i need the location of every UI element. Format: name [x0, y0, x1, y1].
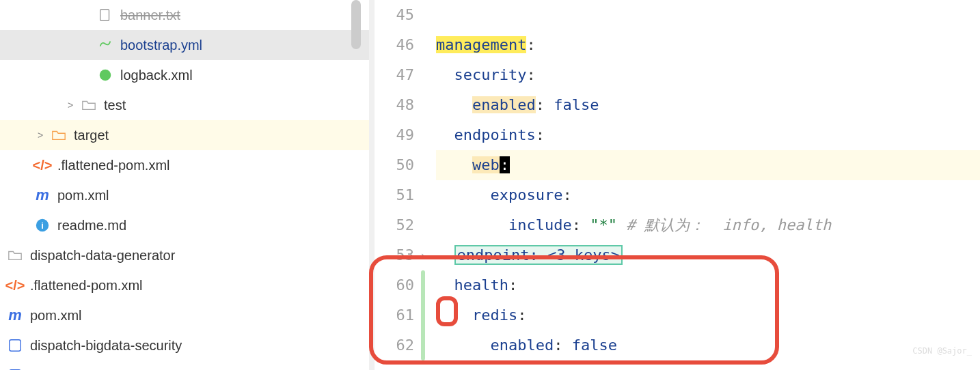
module-icon — [7, 337, 23, 354]
file-flattened-pom[interactable]: </> .flattened-pom.xml — [0, 150, 369, 180]
folder-icon — [81, 97, 97, 113]
module-label: dispatch-data-generator — [30, 248, 175, 264]
code-line — [436, 0, 980, 30]
file-bootstrap-yml[interactable]: bootstrap.yml — [0, 30, 369, 60]
line-number: 50 — [369, 150, 414, 180]
file-label: pom.xml — [30, 308, 82, 324]
code-area[interactable]: management: security: enabled: false end… — [424, 0, 980, 370]
line-gutter: 45 46 47 48 49 50 51 52 53› 60 61 62 — [369, 0, 424, 370]
vcs-change-bar — [421, 270, 425, 360]
code-line: endpoint: <3 keys> — [436, 240, 980, 270]
file-readme-md[interactable]: i readme.md — [0, 210, 369, 240]
yaml-icon — [97, 37, 113, 53]
xml-tag-icon: </> — [7, 277, 23, 294]
expander-icon[interactable]: > — [34, 130, 46, 141]
svg-point-1 — [100, 70, 111, 81]
watermark: CSDN @Sajor_ — [912, 336, 972, 366]
file-logback-xml[interactable]: logback.xml — [0, 60, 369, 90]
module-label: dispatch-data-access — [30, 368, 169, 371]
folder-label: test — [104, 98, 126, 113]
module-icon — [7, 367, 23, 370]
file-label: bootstrap.yml — [120, 38, 202, 53]
maven-icon: m — [34, 187, 51, 203]
code-line: include: "*" # 默认为： info, health — [436, 210, 980, 240]
project-tree: banner.txt bootstrap.yml logback.xml > t… — [0, 0, 369, 370]
module-dispatch-data-generator[interactable]: dispatch-data-generator — [0, 240, 369, 270]
line-number: 45 — [369, 0, 414, 30]
file-label: readme.md — [57, 218, 126, 233]
folder-icon — [51, 127, 67, 143]
folder-test[interactable]: > test — [0, 90, 369, 120]
line-number: 52 — [369, 210, 414, 240]
maven-icon: m — [7, 307, 23, 324]
text-cursor: : — [500, 156, 510, 173]
code-line: exposure: — [436, 180, 980, 210]
code-line: management: — [436, 30, 980, 60]
code-editor[interactable]: 45 46 47 48 49 50 51 52 53› 60 61 62 man… — [369, 0, 980, 370]
code-line: endpoints: — [436, 120, 980, 150]
file-pom-xml[interactable]: m pom.xml — [0, 180, 369, 210]
info-icon: i — [34, 217, 51, 233]
line-number: 49 — [369, 120, 414, 150]
svg-rect-0 — [100, 10, 109, 21]
file-icon — [97, 7, 113, 23]
svg-rect-4 — [10, 340, 21, 352]
file-pom-xml-root[interactable]: m pom.xml — [0, 300, 369, 330]
scrollbar[interactable] — [351, 0, 361, 49]
file-label: banner.txt — [120, 8, 180, 23]
xml-tag-icon: </> — [34, 157, 51, 173]
file-flattened-pom-root[interactable]: </> .flattened-pom.xml — [0, 270, 369, 300]
xml-icon — [97, 67, 113, 83]
code-line: enabled: false — [436, 330, 980, 360]
module-dispatch-bigdata-security[interactable]: dispatch-bigdata-security — [0, 330, 369, 360]
folder-target[interactable]: > target — [0, 120, 369, 150]
code-line: redis: — [436, 300, 980, 330]
line-number: 48 — [369, 90, 414, 120]
code-line: enabled: false — [436, 90, 980, 120]
folder-label: target — [74, 128, 109, 143]
module-label: dispatch-bigdata-security — [30, 338, 182, 354]
code-line: health: — [436, 270, 980, 300]
file-banner-txt[interactable]: banner.txt — [0, 0, 369, 30]
expander-icon[interactable]: > — [64, 100, 77, 111]
file-label: .flattened-pom.xml — [57, 158, 170, 173]
line-number: 61 — [369, 300, 414, 330]
line-number: 46 — [369, 30, 414, 60]
code-line: security: — [436, 60, 980, 90]
line-number: 53› — [369, 240, 414, 270]
line-number: 62 — [369, 330, 414, 360]
code-line: web: — [436, 150, 980, 180]
folded-region[interactable]: endpoint: <3 keys> — [454, 245, 623, 265]
line-number: 60 — [369, 270, 414, 300]
folder-icon — [7, 247, 23, 264]
module-dispatch-data-access[interactable]: dispatch-data-access — [0, 360, 369, 370]
file-label: .flattened-pom.xml — [30, 278, 143, 294]
file-label: pom.xml — [57, 188, 109, 203]
svg-text:i: i — [41, 220, 44, 231]
line-number: 51 — [369, 180, 414, 210]
line-number: 47 — [369, 60, 414, 90]
file-label: logback.xml — [120, 68, 193, 83]
